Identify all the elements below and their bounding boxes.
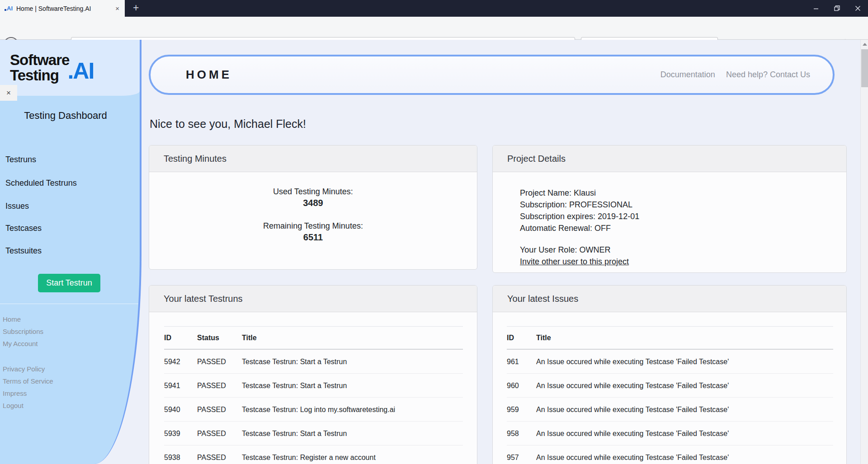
- scrollbar-thumb[interactable]: [861, 49, 868, 87]
- greeting-text: Nice to see you, Michael Fleck!: [150, 117, 306, 131]
- scrollbar-up-icon[interactable]: [863, 43, 867, 46]
- project-name-line: Project Name: Klausi: [520, 187, 833, 199]
- contact-us-link[interactable]: Need help? Contact Us: [726, 70, 810, 80]
- sidebar-item-testsuites[interactable]: Testsuites: [5, 246, 42, 256]
- window-close-button[interactable]: [847, 0, 868, 17]
- table-cell: Testcase Testrun: Start a Testrun: [242, 374, 463, 398]
- sidebar-link-home[interactable]: Home: [3, 315, 21, 323]
- browser-tab-active[interactable]: AI Home | SoftwareTesting.AI ×: [0, 0, 125, 17]
- table-row[interactable]: 5939PASSEDTestcase Testrun: Start a Test…: [164, 422, 463, 445]
- window-restore-button[interactable]: [826, 0, 847, 17]
- table-row[interactable]: 957An Issue occured while executing Test…: [507, 445, 833, 464]
- sidebar-title: Testing Dashboard: [0, 110, 131, 122]
- browser-toolbar: ← → ↻ ⌂ i https://dashboard-staging.soft…: [0, 17, 868, 40]
- sidebar-item-testcases[interactable]: Testcases: [5, 224, 42, 233]
- subscription-line: Subscription: PROFESSIONAL: [520, 199, 833, 211]
- window-minimize-button[interactable]: [806, 0, 826, 17]
- close-icon: [855, 5, 861, 11]
- page-header-pill: HOME Documentation Need help? Contact Us: [149, 55, 835, 95]
- logo-ai-suffix: .AI: [67, 58, 94, 84]
- site-favicon-icon: AI: [5, 5, 13, 12]
- table-cell: An Issue occured while executing Testcas…: [536, 349, 833, 374]
- page-content: Software Testing .AI × Testing Dashboard…: [0, 40, 868, 464]
- table-cell: 957: [507, 445, 536, 464]
- sidebar-link-terms-of-service[interactable]: Terms of Service: [3, 377, 53, 385]
- issues-table-body: 961An Issue occured while executing Test…: [507, 349, 833, 464]
- table-cell: Testcase Testrun: Register a new account: [242, 445, 463, 464]
- latest-testruns-card: Your latest Testruns IDStatusTitle 5942P…: [149, 285, 477, 464]
- table-row[interactable]: 5941PASSEDTestcase Testrun: Start a Test…: [164, 374, 463, 398]
- table-cell: PASSED: [197, 398, 242, 422]
- table-cell: 961: [507, 349, 536, 374]
- tab-title: Home | SoftwareTesting.AI: [16, 5, 111, 12]
- table-cell: An Issue occured while executing Testcas…: [536, 422, 833, 445]
- sidebar-link-subscriptions[interactable]: Subscriptions: [3, 328, 43, 335]
- table-row[interactable]: 5940PASSEDTestcase Testrun: Log into my.…: [164, 398, 463, 422]
- new-tab-button[interactable]: +: [129, 0, 142, 17]
- latest-issues-card: Your latest Issues IDTitle 961An Issue o…: [492, 285, 847, 464]
- table-cell: 5939: [164, 422, 197, 445]
- table-cell: 5940: [164, 398, 197, 422]
- sidebar-divider: [0, 304, 138, 304]
- column-header-id: ID: [507, 327, 536, 350]
- page-scrollbar[interactable]: [860, 40, 868, 464]
- sidebar-link-privacy-policy[interactable]: Privacy Policy: [3, 365, 45, 373]
- sidebar-link-logout[interactable]: Logout: [3, 402, 24, 409]
- user-role-line: Your User Role: OWNER: [520, 244, 833, 256]
- table-row[interactable]: 959An Issue occured while executing Test…: [507, 398, 833, 422]
- column-header-status: Status: [197, 327, 242, 350]
- documentation-link[interactable]: Documentation: [660, 70, 715, 80]
- table-cell: 958: [507, 422, 536, 445]
- table-cell: PASSED: [197, 374, 242, 398]
- table-cell: PASSED: [197, 422, 242, 445]
- latest-issues-header: Your latest Issues: [493, 286, 846, 312]
- sidebar-close-button[interactable]: ×: [0, 85, 17, 101]
- table-cell: Testcase Testrun: Start a Testrun: [242, 422, 463, 445]
- testing-minutes-card: Testing Minutes Used Testing Minutes: 34…: [149, 145, 477, 270]
- table-cell: Testcase Testrun: Start a Testrun: [242, 349, 463, 374]
- column-header-id: ID: [164, 327, 197, 350]
- sidebar-link-my-account[interactable]: My Account: [3, 340, 38, 347]
- sidebar-link-impress[interactable]: Impress: [3, 389, 27, 397]
- sidebar-item-issues[interactable]: Issues: [5, 202, 29, 211]
- table-row[interactable]: 960An Issue occured while executing Test…: [507, 374, 833, 398]
- table-cell: Testcase Testrun: Log into my.softwarete…: [242, 398, 463, 422]
- project-details-card: Project Details Project Name: Klausi Sub…: [492, 145, 847, 273]
- start-testrun-button[interactable]: Start Testrun: [38, 274, 100, 292]
- logo[interactable]: Software Testing .AI: [0, 40, 140, 96]
- page-title: HOME: [186, 68, 232, 82]
- testruns-table: IDStatusTitle 5942PASSEDTestcase Testrun…: [164, 326, 463, 464]
- automatic-renewal-line: Automatic Renewal: OFF: [520, 222, 833, 234]
- table-row[interactable]: 5938PASSEDTestcase Testrun: Register a n…: [164, 445, 463, 464]
- table-cell: 960: [507, 374, 536, 398]
- sidebar: Software Testing .AI × Testing Dashboard…: [0, 40, 142, 464]
- table-cell: An Issue occured while executing Testcas…: [536, 374, 833, 398]
- testing-minutes-header: Testing Minutes: [149, 145, 477, 172]
- table-row[interactable]: 961An Issue occured while executing Test…: [507, 349, 833, 374]
- issues-table-header-row: IDTitle: [507, 327, 833, 350]
- column-header-title: Title: [242, 327, 463, 350]
- subscription-expires-line: Subscription expires: 2019-12-01: [520, 211, 833, 222]
- issues-table: IDTitle 961An Issue occured while execut…: [507, 326, 833, 464]
- table-row[interactable]: 958An Issue occured while executing Test…: [507, 422, 833, 445]
- table-cell: An Issue occured while executing Testcas…: [536, 445, 833, 464]
- table-cell: 5938: [164, 445, 197, 464]
- table-cell: 5941: [164, 374, 197, 398]
- tab-close-icon[interactable]: ×: [114, 5, 120, 12]
- table-row[interactable]: 5942PASSEDTestcase Testrun: Start a Test…: [164, 349, 463, 374]
- latest-testruns-header: Your latest Testruns: [149, 286, 477, 312]
- used-minutes-value: 3489: [149, 198, 477, 208]
- table-cell: PASSED: [197, 445, 242, 464]
- table-cell: PASSED: [197, 349, 242, 374]
- sidebar-item-testruns[interactable]: Testruns: [5, 155, 36, 164]
- minimize-icon: [813, 6, 819, 11]
- column-header-title: Title: [536, 327, 833, 350]
- table-cell: 959: [507, 398, 536, 422]
- logo-text: Software Testing: [10, 52, 69, 83]
- remaining-minutes-value: 6511: [149, 232, 477, 243]
- table-cell: An Issue occured while executing Testcas…: [536, 398, 833, 422]
- testruns-table-body: 5942PASSEDTestcase Testrun: Start a Test…: [164, 349, 463, 464]
- table-cell: 5942: [164, 349, 197, 374]
- invite-user-link[interactable]: Invite other user to this project: [520, 256, 629, 267]
- sidebar-item-scheduled-testruns[interactable]: Scheduled Testruns: [5, 178, 77, 188]
